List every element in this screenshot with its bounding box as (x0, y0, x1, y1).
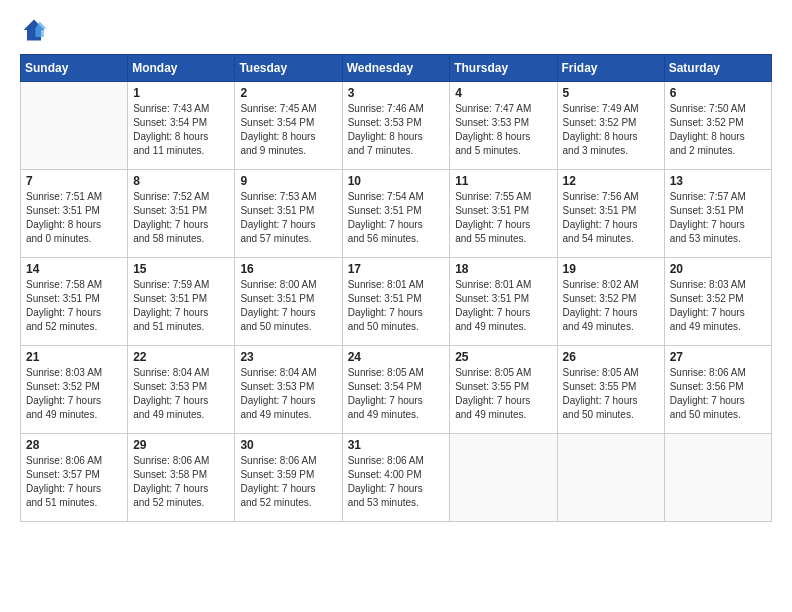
day-cell: 5Sunrise: 7:49 AMSunset: 3:52 PMDaylight… (557, 82, 664, 170)
day-info: Sunrise: 7:56 AMSunset: 3:51 PMDaylight:… (563, 190, 659, 246)
col-header-tuesday: Tuesday (235, 55, 342, 82)
day-number: 25 (455, 350, 551, 364)
day-number: 3 (348, 86, 445, 100)
logo-icon (20, 16, 48, 44)
day-cell: 13Sunrise: 7:57 AMSunset: 3:51 PMDayligh… (664, 170, 771, 258)
day-number: 20 (670, 262, 766, 276)
day-info: Sunrise: 8:06 AMSunset: 3:58 PMDaylight:… (133, 454, 229, 510)
day-number: 6 (670, 86, 766, 100)
col-header-wednesday: Wednesday (342, 55, 450, 82)
day-info: Sunrise: 7:43 AMSunset: 3:54 PMDaylight:… (133, 102, 229, 158)
day-info: Sunrise: 7:59 AMSunset: 3:51 PMDaylight:… (133, 278, 229, 334)
day-cell: 26Sunrise: 8:05 AMSunset: 3:55 PMDayligh… (557, 346, 664, 434)
day-number: 26 (563, 350, 659, 364)
day-info: Sunrise: 8:06 AMSunset: 3:56 PMDaylight:… (670, 366, 766, 422)
day-cell: 21Sunrise: 8:03 AMSunset: 3:52 PMDayligh… (21, 346, 128, 434)
day-info: Sunrise: 8:04 AMSunset: 3:53 PMDaylight:… (240, 366, 336, 422)
week-row-3: 21Sunrise: 8:03 AMSunset: 3:52 PMDayligh… (21, 346, 772, 434)
day-number: 13 (670, 174, 766, 188)
day-number: 19 (563, 262, 659, 276)
day-info: Sunrise: 7:57 AMSunset: 3:51 PMDaylight:… (670, 190, 766, 246)
day-cell: 8Sunrise: 7:52 AMSunset: 3:51 PMDaylight… (128, 170, 235, 258)
day-number: 12 (563, 174, 659, 188)
day-cell: 15Sunrise: 7:59 AMSunset: 3:51 PMDayligh… (128, 258, 235, 346)
day-number: 11 (455, 174, 551, 188)
day-number: 24 (348, 350, 445, 364)
day-number: 2 (240, 86, 336, 100)
day-cell: 2Sunrise: 7:45 AMSunset: 3:54 PMDaylight… (235, 82, 342, 170)
week-row-1: 7Sunrise: 7:51 AMSunset: 3:51 PMDaylight… (21, 170, 772, 258)
day-cell (557, 434, 664, 522)
day-number: 15 (133, 262, 229, 276)
day-number: 5 (563, 86, 659, 100)
week-row-0: 1Sunrise: 7:43 AMSunset: 3:54 PMDaylight… (21, 82, 772, 170)
day-info: Sunrise: 8:06 AMSunset: 3:59 PMDaylight:… (240, 454, 336, 510)
col-header-friday: Friday (557, 55, 664, 82)
day-number: 8 (133, 174, 229, 188)
day-info: Sunrise: 8:03 AMSunset: 3:52 PMDaylight:… (26, 366, 122, 422)
day-cell: 31Sunrise: 8:06 AMSunset: 4:00 PMDayligh… (342, 434, 450, 522)
day-cell: 3Sunrise: 7:46 AMSunset: 3:53 PMDaylight… (342, 82, 450, 170)
day-info: Sunrise: 7:49 AMSunset: 3:52 PMDaylight:… (563, 102, 659, 158)
col-header-sunday: Sunday (21, 55, 128, 82)
col-header-thursday: Thursday (450, 55, 557, 82)
day-cell: 29Sunrise: 8:06 AMSunset: 3:58 PMDayligh… (128, 434, 235, 522)
day-number: 31 (348, 438, 445, 452)
day-info: Sunrise: 8:05 AMSunset: 3:55 PMDaylight:… (563, 366, 659, 422)
day-number: 10 (348, 174, 445, 188)
day-cell: 24Sunrise: 8:05 AMSunset: 3:54 PMDayligh… (342, 346, 450, 434)
day-cell: 16Sunrise: 8:00 AMSunset: 3:51 PMDayligh… (235, 258, 342, 346)
day-cell: 4Sunrise: 7:47 AMSunset: 3:53 PMDaylight… (450, 82, 557, 170)
day-info: Sunrise: 7:52 AMSunset: 3:51 PMDaylight:… (133, 190, 229, 246)
day-info: Sunrise: 8:01 AMSunset: 3:51 PMDaylight:… (348, 278, 445, 334)
day-cell: 10Sunrise: 7:54 AMSunset: 3:51 PMDayligh… (342, 170, 450, 258)
col-header-monday: Monday (128, 55, 235, 82)
day-cell: 20Sunrise: 8:03 AMSunset: 3:52 PMDayligh… (664, 258, 771, 346)
week-row-4: 28Sunrise: 8:06 AMSunset: 3:57 PMDayligh… (21, 434, 772, 522)
day-number: 27 (670, 350, 766, 364)
day-cell: 19Sunrise: 8:02 AMSunset: 3:52 PMDayligh… (557, 258, 664, 346)
day-cell: 22Sunrise: 8:04 AMSunset: 3:53 PMDayligh… (128, 346, 235, 434)
day-cell: 14Sunrise: 7:58 AMSunset: 3:51 PMDayligh… (21, 258, 128, 346)
day-cell: 23Sunrise: 8:04 AMSunset: 3:53 PMDayligh… (235, 346, 342, 434)
day-cell: 18Sunrise: 8:01 AMSunset: 3:51 PMDayligh… (450, 258, 557, 346)
day-number: 29 (133, 438, 229, 452)
day-number: 17 (348, 262, 445, 276)
logo (20, 16, 52, 44)
day-info: Sunrise: 8:02 AMSunset: 3:52 PMDaylight:… (563, 278, 659, 334)
day-cell: 30Sunrise: 8:06 AMSunset: 3:59 PMDayligh… (235, 434, 342, 522)
day-number: 9 (240, 174, 336, 188)
header (20, 16, 772, 44)
day-number: 1 (133, 86, 229, 100)
week-row-2: 14Sunrise: 7:58 AMSunset: 3:51 PMDayligh… (21, 258, 772, 346)
day-info: Sunrise: 7:50 AMSunset: 3:52 PMDaylight:… (670, 102, 766, 158)
day-info: Sunrise: 8:03 AMSunset: 3:52 PMDaylight:… (670, 278, 766, 334)
day-number: 30 (240, 438, 336, 452)
day-cell: 17Sunrise: 8:01 AMSunset: 3:51 PMDayligh… (342, 258, 450, 346)
day-cell: 11Sunrise: 7:55 AMSunset: 3:51 PMDayligh… (450, 170, 557, 258)
day-info: Sunrise: 7:54 AMSunset: 3:51 PMDaylight:… (348, 190, 445, 246)
header-row: SundayMondayTuesdayWednesdayThursdayFrid… (21, 55, 772, 82)
day-cell: 27Sunrise: 8:06 AMSunset: 3:56 PMDayligh… (664, 346, 771, 434)
day-number: 18 (455, 262, 551, 276)
day-info: Sunrise: 7:55 AMSunset: 3:51 PMDaylight:… (455, 190, 551, 246)
day-info: Sunrise: 8:06 AMSunset: 4:00 PMDaylight:… (348, 454, 445, 510)
day-info: Sunrise: 7:46 AMSunset: 3:53 PMDaylight:… (348, 102, 445, 158)
day-info: Sunrise: 7:58 AMSunset: 3:51 PMDaylight:… (26, 278, 122, 334)
day-info: Sunrise: 7:53 AMSunset: 3:51 PMDaylight:… (240, 190, 336, 246)
day-number: 28 (26, 438, 122, 452)
day-cell: 25Sunrise: 8:05 AMSunset: 3:55 PMDayligh… (450, 346, 557, 434)
calendar: SundayMondayTuesdayWednesdayThursdayFrid… (20, 54, 772, 522)
day-number: 4 (455, 86, 551, 100)
day-info: Sunrise: 7:45 AMSunset: 3:54 PMDaylight:… (240, 102, 336, 158)
day-cell (450, 434, 557, 522)
day-cell: 7Sunrise: 7:51 AMSunset: 3:51 PMDaylight… (21, 170, 128, 258)
day-info: Sunrise: 8:06 AMSunset: 3:57 PMDaylight:… (26, 454, 122, 510)
day-number: 21 (26, 350, 122, 364)
day-info: Sunrise: 8:00 AMSunset: 3:51 PMDaylight:… (240, 278, 336, 334)
day-cell: 28Sunrise: 8:06 AMSunset: 3:57 PMDayligh… (21, 434, 128, 522)
day-info: Sunrise: 8:04 AMSunset: 3:53 PMDaylight:… (133, 366, 229, 422)
day-info: Sunrise: 8:01 AMSunset: 3:51 PMDaylight:… (455, 278, 551, 334)
day-number: 7 (26, 174, 122, 188)
day-info: Sunrise: 7:47 AMSunset: 3:53 PMDaylight:… (455, 102, 551, 158)
